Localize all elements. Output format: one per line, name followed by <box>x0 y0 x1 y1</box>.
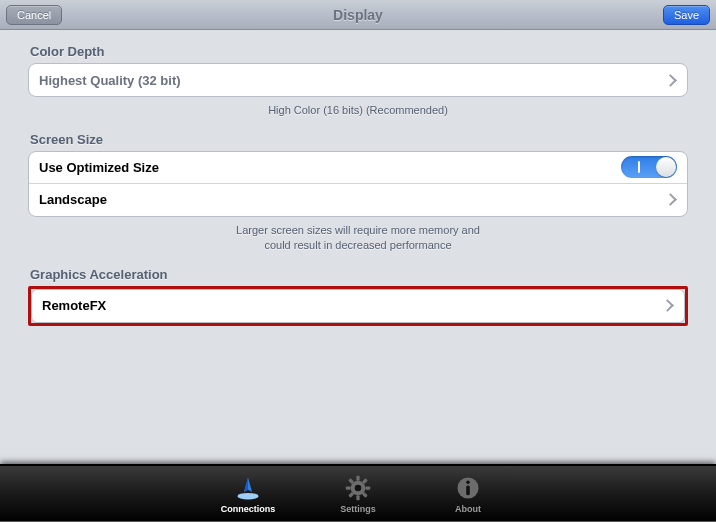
graphics-value: RemoteFX <box>42 298 663 313</box>
navbar: Cancel Display Save <box>0 0 716 30</box>
content: Color Depth Highest Quality (32 bit) Hig… <box>0 30 716 464</box>
svg-rect-2 <box>356 476 359 481</box>
svg-rect-4 <box>346 486 351 489</box>
hint-screen-size: Larger screen sizes will require more me… <box>228 223 488 253</box>
tab-label: Connections <box>221 504 276 514</box>
section-header-graphics: Graphics Acceleration <box>30 267 686 282</box>
chevron-right-icon <box>664 193 677 206</box>
group-graphics: RemoteFX <box>31 289 685 323</box>
hint-color-depth: High Color (16 bits) (Recommended) <box>228 103 488 118</box>
svg-point-10 <box>355 485 362 492</box>
connections-icon <box>234 474 262 502</box>
page-title: Display <box>0 7 716 23</box>
group-color-depth: Highest Quality (32 bit) <box>28 63 688 97</box>
svg-rect-13 <box>466 486 470 496</box>
chevron-right-icon <box>664 74 677 87</box>
tab-label: About <box>455 504 481 514</box>
optimized-size-toggle[interactable] <box>621 156 677 178</box>
tab-connections[interactable]: Connections <box>208 474 288 514</box>
tabbar: Connections Settings <box>0 464 716 522</box>
chevron-right-icon <box>661 299 674 312</box>
tab-settings[interactable]: Settings <box>318 474 398 514</box>
svg-rect-5 <box>365 486 370 489</box>
svg-rect-3 <box>356 495 359 500</box>
section-header-screen-size: Screen Size <box>30 132 686 147</box>
row-color-depth[interactable]: Highest Quality (32 bit) <box>29 64 687 96</box>
gear-icon <box>344 474 372 502</box>
optimized-size-label: Use Optimized Size <box>39 160 621 175</box>
tab-about[interactable]: About <box>428 474 508 514</box>
section-header-color-depth: Color Depth <box>30 44 686 59</box>
save-button[interactable]: Save <box>663 5 710 25</box>
color-depth-value: Highest Quality (32 bit) <box>39 73 666 88</box>
row-use-optimized-size[interactable]: Use Optimized Size <box>29 152 687 184</box>
info-icon <box>454 474 482 502</box>
row-remotefx[interactable]: RemoteFX <box>32 290 684 322</box>
orientation-value: Landscape <box>39 192 666 207</box>
highlight-graphics: RemoteFX <box>28 286 688 326</box>
group-screen-size: Use Optimized Size Landscape <box>28 151 688 217</box>
cancel-button[interactable]: Cancel <box>6 5 62 25</box>
row-orientation[interactable]: Landscape <box>29 184 687 216</box>
svg-point-12 <box>466 481 470 485</box>
svg-point-0 <box>237 493 258 500</box>
tab-label: Settings <box>340 504 376 514</box>
